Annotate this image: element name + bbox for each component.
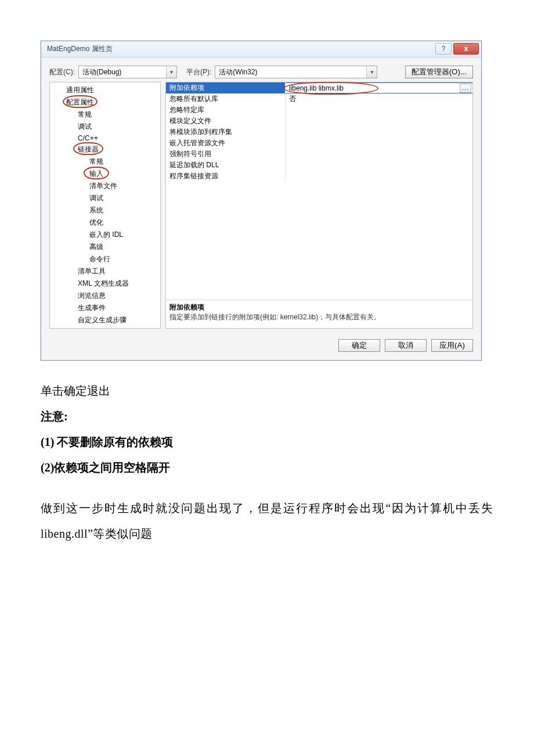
- property-grid: 附加依赖项 libeng.lib libmx.lib ... 忽略所有默认库 否…: [165, 82, 473, 300]
- platform-label: 平台(P):: [186, 67, 211, 77]
- prop-value[interactable]: [286, 160, 472, 171]
- prop-value[interactable]: [286, 171, 472, 182]
- prop-row-add-module-to-assembly[interactable]: 将模块添加到程序集: [166, 127, 472, 138]
- description-box: 附加依赖项 指定要添加到链接行的附加项(例如: kernel32.lib)；与具…: [165, 300, 473, 329]
- tree-item-config-props[interactable]: 配置属性: [50, 96, 160, 109]
- titlebar: MatEngDemo 属性页 ? x: [41, 41, 481, 57]
- prop-label: 强制符号引用: [166, 149, 286, 160]
- prop-value[interactable]: [286, 138, 472, 149]
- prop-row-ignore-specific[interactable]: 忽略特定库: [166, 105, 472, 116]
- prop-label: 程序集链接资源: [166, 171, 286, 182]
- prop-row-embed-managed-resource[interactable]: 嵌入托管资源文件: [166, 138, 472, 149]
- prop-value[interactable]: [286, 127, 472, 138]
- platform-combo[interactable]: 活动(Win32) ▼: [215, 66, 377, 78]
- prop-value[interactable]: [286, 105, 472, 116]
- tree-item-embedded-idl[interactable]: 嵌入的 IDL: [50, 229, 160, 241]
- browse-ellipsis-button[interactable]: ...: [460, 84, 471, 93]
- tree-item-debugging[interactable]: 调试: [50, 121, 160, 133]
- prop-row-additional-dependencies[interactable]: 附加依赖项 libeng.lib libmx.lib ...: [166, 82, 472, 93]
- prop-row-module-def[interactable]: 模块定义文件: [166, 116, 472, 127]
- dialog-button-row: 确定 取消 应用(A): [41, 334, 481, 360]
- config-toolbar: 配置(C): 活动(Debug) ▼ 平台(P): 活动(Win32) ▼ 配置…: [41, 57, 481, 82]
- chevron-down-icon: ▼: [366, 66, 377, 78]
- tree-item-custom-build[interactable]: 自定义生成步骤: [50, 314, 160, 326]
- prop-value[interactable]: [286, 116, 472, 127]
- tree-item-commandline[interactable]: 命令行: [50, 253, 160, 265]
- tree-item-advanced[interactable]: 高级: [50, 241, 160, 253]
- titlebar-buttons: ? x: [435, 43, 481, 56]
- prop-row-assembly-link-resource[interactable]: 程序集链接资源: [166, 171, 472, 182]
- prop-label: 附加依赖项: [166, 82, 286, 93]
- prop-row-ignore-all-default[interactable]: 忽略所有默认库 否: [166, 93, 472, 105]
- tree-item-manifest-file[interactable]: 清单文件: [50, 180, 160, 192]
- tree-item-system[interactable]: 系统: [50, 204, 160, 217]
- tree-item-linker-debug[interactable]: 调试: [50, 192, 160, 204]
- desc-title: 附加依赖项: [169, 303, 469, 312]
- prop-label: 延迟加载的 DLL: [166, 160, 286, 171]
- platform-value: 活动(Win32): [215, 67, 366, 77]
- property-dialog: MatEngDemo 属性页 ? x 配置(C): 活动(Debug) ▼ 平台…: [41, 41, 482, 361]
- doc-line-2: 注意:: [41, 404, 493, 429]
- prop-value-text: libeng.lib libmx.lib: [289, 84, 344, 92]
- apply-button[interactable]: 应用(A): [431, 339, 473, 352]
- close-button[interactable]: x: [453, 43, 479, 55]
- prop-value[interactable]: [286, 149, 472, 160]
- tree-item-optimization[interactable]: 优化: [50, 217, 160, 229]
- prop-value[interactable]: 否: [286, 93, 472, 105]
- prop-label: 嵌入托管资源文件: [166, 138, 286, 149]
- config-value: 活动(Debug): [79, 67, 166, 77]
- cancel-button[interactable]: 取消: [385, 339, 427, 352]
- doc-line-3: (1) 不要删除原有的依赖项: [41, 429, 493, 455]
- tree-item-general[interactable]: 常规: [50, 109, 160, 121]
- prop-row-force-symbol-ref[interactable]: 强制符号引用: [166, 149, 472, 160]
- tree-item-xml-doc[interactable]: XML 文档生成器: [50, 278, 160, 290]
- config-manager-button[interactable]: 配置管理器(O)...: [405, 66, 473, 78]
- config-combo[interactable]: 活动(Debug) ▼: [78, 66, 177, 78]
- prop-value[interactable]: libeng.lib libmx.lib ...: [286, 82, 472, 93]
- property-panel: 附加依赖项 libeng.lib libmx.lib ... 忽略所有默认库 否…: [165, 82, 473, 329]
- tree-item-browse-info[interactable]: 浏览信息: [50, 290, 160, 302]
- tree-item-linker-input[interactable]: 输入: [50, 168, 160, 180]
- prop-row-delay-load-dll[interactable]: 延迟加载的 DLL: [166, 160, 472, 171]
- prop-label: 将模块添加到程序集: [166, 127, 286, 138]
- tree-item-linker-general[interactable]: 常规: [50, 156, 160, 168]
- tree-item-linker[interactable]: 链接器: [50, 143, 160, 156]
- tree-panel: 通用属性 配置属性 常规 调试 C/C++ 链接器 常规 输入 清单文件 调试 …: [49, 82, 161, 329]
- help-button[interactable]: ?: [435, 43, 452, 55]
- ok-button[interactable]: 确定: [338, 339, 380, 352]
- prop-label: 忽略所有默认库: [166, 93, 286, 105]
- doc-line-4: (2)依赖项之间用空格隔开: [41, 455, 493, 480]
- doc-paragraph: 做到这一步时生成时就没问题出现了，但是运行程序时会出现“因为计算机中丢失 lib…: [41, 495, 493, 546]
- chevron-down-icon: ▼: [166, 66, 176, 78]
- config-label: 配置(C):: [49, 67, 75, 77]
- prop-label: 模块定义文件: [166, 116, 286, 127]
- dialog-body: 通用属性 配置属性 常规 调试 C/C++ 链接器 常规 输入 清单文件 调试 …: [41, 82, 481, 334]
- titlebar-text: MatEngDemo 属性页: [47, 44, 435, 54]
- tree-item-common[interactable]: 通用属性: [50, 84, 160, 96]
- tree-item-cpp[interactable]: C/C++: [50, 133, 160, 143]
- tree-item-build-events[interactable]: 生成事件: [50, 302, 160, 314]
- doc-line-1: 单击确定退出: [41, 378, 493, 404]
- prop-label: 忽略特定库: [166, 105, 286, 116]
- desc-text: 指定要添加到链接行的附加项(例如: kernel32.lib)；与具体配置有关。: [169, 312, 469, 322]
- tree-item-manifest-tool[interactable]: 清单工具: [50, 265, 160, 278]
